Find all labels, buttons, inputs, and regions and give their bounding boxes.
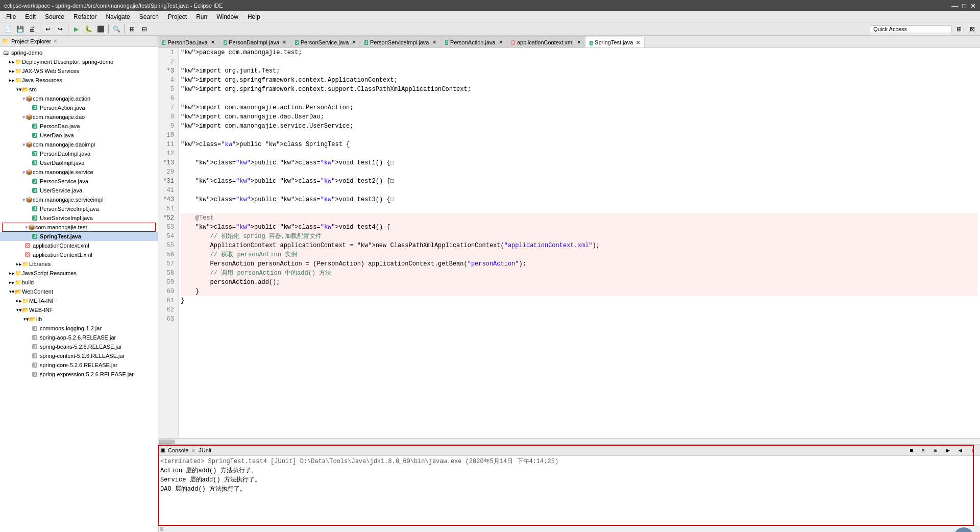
tree-item[interactable]: ▾▾📂lib [0,315,158,324]
editor-tab[interactable]: JPersonDaoImpl.java✕ [219,36,291,47]
toolbar-perspective2[interactable]: ⊟ [139,23,150,35]
tree-item[interactable]: XapplicationContext.xml [0,241,158,250]
tree-item-icon: ▾📦 [23,140,32,149]
console-btn5[interactable]: ◀ [954,445,966,456]
tab-close-button[interactable]: ✕ [282,39,286,45]
menu-search[interactable]: Search [135,11,163,22]
line-number: 1 [160,48,176,57]
h-scroll-thumb[interactable] [159,440,175,444]
toolbar-save[interactable]: 💾 [14,23,26,35]
quick-access-input[interactable]: Quick Access [870,25,951,33]
tree-item[interactable]: JPersonDao.java [0,122,158,131]
toolbar-stop[interactable]: ⬛ [95,23,106,35]
h-scrollbar[interactable] [158,438,980,444]
tab-close-button[interactable]: ✕ [352,39,356,45]
tree-item[interactable]: JUserDaoImpl.java [0,158,158,167]
tree-item[interactable]: Jspring-beans-5.2.6.RELEASE.jar [0,342,158,351]
tab-label: PersonAction.java [450,39,496,45]
editor-tab[interactable]: JPersonServiceImpl.java✕ [360,36,440,47]
tree-item[interactable]: ▾📦com.manongajie.action [0,94,158,103]
editor-tab[interactable]: JSpringTest.java✕ [585,37,645,48]
menu-navigate[interactable]: Navigate [102,11,134,22]
editor-tab[interactable]: JPersonDao.java✕ [158,36,219,47]
toolbar-perspectives[interactable]: ⊞ [953,23,965,35]
tree-item-icon: J [31,370,39,378]
tree-item[interactable]: ▾📦com.manongajie.test [2,223,156,232]
tree-item[interactable]: JUserServiceImpl.java [0,213,158,223]
tree-item[interactable]: ▸▸📁build [0,278,158,287]
close-button[interactable]: ✕ [970,2,976,10]
toolbar-search[interactable]: 🔍 [111,23,122,35]
tab-close-button[interactable]: ✕ [211,39,215,45]
tree-item[interactable]: Jspring-expression-5.2.6.RELEASE.jar [0,370,158,379]
console-btn2[interactable]: ✕ [918,445,929,456]
editor-tab[interactable]: JPersonService.java✕ [291,36,360,47]
v-scrollbar[interactable] [158,526,164,532]
toolbar-print[interactable]: 🖨 [27,23,38,35]
menu-refactor[interactable]: Refactor [69,11,101,22]
tree-item[interactable]: 🗂spring-demo [0,48,158,57]
tree-item[interactable]: ▾📦com.manongajie.daoimpl [0,140,158,149]
console-btn3[interactable]: ⊞ [930,445,941,456]
toolbar-open-perspective[interactable]: ⊞ [127,23,138,35]
tab-close-button[interactable]: ✕ [499,39,503,45]
tree-item[interactable]: ▸▸📁Deployment Descriptor: spring-demo [0,57,158,66]
code-editor[interactable]: 12*3456789101112*1329*3141*4351*52535455… [158,48,980,438]
editor-tab[interactable]: JPersonAction.java✕ [441,36,507,47]
tree-item[interactable]: Jspring-context-5.2.6.RELEASE.jar [0,351,158,360]
maximize-button[interactable]: □ [962,2,966,10]
toolbar-new[interactable]: 📄 [2,23,13,35]
tree-item[interactable]: ▸▸📁Libraries [0,259,158,269]
console-btn6[interactable]: ↕ [967,445,978,456]
toolbar-perspectives2[interactable]: ⊠ [967,23,978,35]
tree-item[interactable]: ▸▸📁JAX-WS Web Services [0,66,158,76]
menu-source[interactable]: Source [41,11,68,22]
toolbar-debug[interactable]: 🐛 [83,23,94,35]
menu-help[interactable]: Help [243,11,264,22]
tab-close-button[interactable]: ✕ [636,40,640,45]
tree-item[interactable]: JUserDao.java [0,131,158,140]
menu-edit[interactable]: Edit [21,11,40,22]
tree-item[interactable]: ▾▾📂WEB-INF [0,305,158,315]
tree-item[interactable]: JPersonService.java [0,177,158,186]
toolbar-undo[interactable]: ↩ [42,23,54,35]
menu-run[interactable]: Run [192,11,211,22]
v-scroll-thumb[interactable] [160,527,163,531]
toolbar-run[interactable]: ▶ [70,23,82,35]
tree-item[interactable]: JPersonServiceImpl.java [0,204,158,213]
tree-item[interactable]: JPersonAction.java [0,103,158,112]
tree-item[interactable]: ▾📦com.manongajie.dao [0,112,158,122]
code-line: // 初始化 spring 容器,加载配置文件 [181,232,978,241]
tree-item[interactable]: Jspring-aop-5.2.6.RELEASE.jar [0,333,158,342]
code-content[interactable]: "kw">package com.manongajie.test; "kw">i… [179,48,980,438]
console-btn1[interactable]: ⏹ [905,445,917,456]
tree-item[interactable]: Jspring-core-5.2.6.RELEASE.jar [0,360,158,370]
menu-project[interactable]: Project [164,11,191,22]
toolbar-redo[interactable]: ↪ [55,23,66,35]
tree-item[interactable]: JUserService.java [0,186,158,195]
tree-item[interactable]: XapplicationContext1.xml [0,250,158,259]
editor-tab[interactable]: XapplicationContext.xml✕ [507,36,585,47]
tree-item[interactable]: JPersonDaoImpl.java [0,149,158,158]
tab-close-button[interactable]: ✕ [577,39,581,45]
tree-item-label: UserServiceImpl.java [40,215,93,221]
tree-item[interactable]: ▾▾📂WebContent [0,287,158,296]
tree-item[interactable]: ▸▸📁META-INF [0,296,158,305]
tree-item-label: WebContent [22,288,53,295]
console-btn4[interactable]: ▶ [942,445,953,456]
tree-item[interactable]: ▸▸📁JavaScript Resources [0,269,158,278]
console-title[interactable]: Console [168,447,188,453]
tree-item[interactable]: ▾📦com.manongajie.service [0,167,158,177]
tree-item[interactable]: ▸▸📁Java Resources [0,76,158,85]
code-line: } [181,287,978,296]
line-number: *43 [160,195,176,204]
tree-item[interactable]: Jcommons-logging-1.2.jar [0,324,158,333]
tree-item[interactable]: JSpringTest.java [0,232,158,241]
tree-item[interactable]: ▾▾📂src [0,85,158,94]
menu-file[interactable]: File [2,11,20,22]
menu-window[interactable]: Window [212,11,242,22]
tree-item[interactable]: ▾📦com.manongajie.serviceimpl [0,195,158,204]
tab-close-button[interactable]: ✕ [432,39,436,45]
console-tab-junit[interactable]: JUnit [199,447,211,453]
minimize-button[interactable]: — [951,2,958,10]
